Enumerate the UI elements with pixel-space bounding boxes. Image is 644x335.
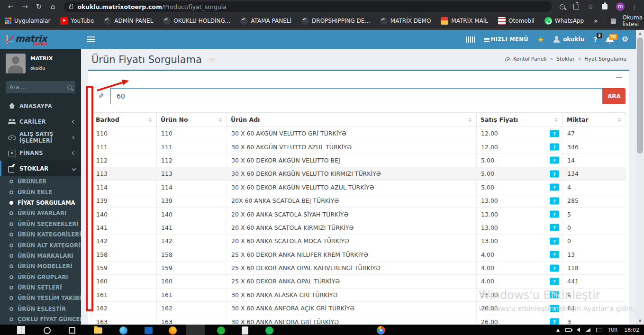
barcode-icon[interactable] <box>466 36 475 43</box>
price-info-badge[interactable]: ? <box>550 251 559 258</box>
chrome-active-tile[interactable] <box>186 325 205 335</box>
submenu-item--r-nler[interactable]: ÜRÜNLER <box>0 176 81 187</box>
sidebar-item-anasayfa[interactable]: ANASAYFA <box>0 98 81 114</box>
share-icon[interactable] <box>573 4 579 9</box>
search-button[interactable]: ARA <box>603 88 626 104</box>
bookmark-item[interactable]: ATAMA PANELİ <box>240 17 291 25</box>
breadcrumb-item[interactable]: Kontol Paneli <box>513 56 547 62</box>
notifications-button[interactable]: 76 <box>607 37 613 42</box>
help-button[interactable]: ? 3 <box>594 36 598 43</box>
favorites-star-icon[interactable]: ★ <box>537 35 544 44</box>
bookmark-item[interactable]: Otomobil <box>498 17 535 25</box>
speaker-icon[interactable] <box>577 327 580 332</box>
extensions-icon[interactable] <box>602 4 608 9</box>
column-header--r-n-ad-[interactable]: Ürün Adı <box>227 113 477 127</box>
submenu-item--r-n-markalari[interactable]: ÜRÜN MARKALARI <box>0 251 81 261</box>
table-row[interactable]: 13913920X 60 ANKA SCATOLA BEJ TÜRKİYƏ13.… <box>92 194 626 207</box>
submenu-item--r-n-ekle[interactable]: ÜRÜN EKLE <box>0 187 81 197</box>
bookmark-item[interactable]: ADMİN PANEL <box>104 17 153 25</box>
firefox-icon[interactable] <box>169 326 177 335</box>
keyboard-icon[interactable] <box>596 328 602 332</box>
submenu-item--r-n-alt-kategori-leri-[interactable]: ÜRÜN ALT KATEGORİLERİ <box>0 240 81 250</box>
table-row[interactable]: 15915925 X 60 DEKOR ANKA OPAL KAHVERENGİ… <box>92 261 626 274</box>
table-row[interactable]: 14214220 X 60 ANKA SCATOLA MOCA TÜRKİYƏ1… <box>92 235 626 248</box>
price-info-badge[interactable]: ? <box>550 264 559 272</box>
home-icon[interactable]: ⌂ <box>48 1 58 12</box>
bookmark-item[interactable]: MATRİX DEMO <box>380 17 431 25</box>
browser-profile-avatar[interactable]: m <box>616 2 625 11</box>
calculator-icon[interactable] <box>242 326 248 335</box>
price-info-badge[interactable]: ? <box>550 291 559 299</box>
submenu-item--r-n-e-le-ti-r[interactable]: ÜRÜN EŞLEŞTİR <box>0 304 81 314</box>
page-scrollbar[interactable]: ▲ ▼ <box>636 30 644 325</box>
settings-gears-icon[interactable]: ⚙ <box>622 36 628 43</box>
price-info-badge[interactable]: ? <box>550 157 559 164</box>
taskbar-search-icon[interactable] <box>44 327 51 334</box>
submenu-item--r-n-setleri-[interactable]: ÜRÜN SETLERİ <box>0 282 81 293</box>
bookmark-item[interactable]: MATRİX MAİL <box>441 17 488 25</box>
price-info-badge[interactable]: ? <box>550 197 559 204</box>
collapse-minus-icon[interactable] <box>616 74 622 81</box>
network-icon[interactable] <box>586 328 590 332</box>
price-info-badge[interactable]: ? <box>550 237 559 244</box>
table-row[interactable]: 14014020 X 60 ANKA SCATOLA SİYAH TÜRKİYƏ… <box>92 208 626 221</box>
app-logo[interactable]: matrix yazılım <box>0 30 81 49</box>
price-info-badge[interactable]: ? <box>550 211 559 218</box>
price-info-badge[interactable]: ? <box>550 318 559 325</box>
appbar-user[interactable]: okuklu <box>553 36 584 43</box>
edge-browser-icon[interactable] <box>119 326 127 335</box>
price-info-badge[interactable]: ? <box>550 305 559 312</box>
price-info-badge[interactable]: ? <box>550 130 559 137</box>
submenu-item-fi-yat-sorgulama[interactable]: FİYAT SORGULAMA <box>0 198 81 208</box>
submenu-item--r-n-modelleri-[interactable]: ÜRÜN MODELLERİ <box>0 261 81 272</box>
bookmark-item[interactable]: OKUKLU HOLDİNG... <box>163 17 230 25</box>
bookmark-item[interactable]: DROPSHIPPING DE... <box>301 17 370 25</box>
battery-icon[interactable] <box>565 328 571 332</box>
submenu-item--r-n-se-enekleri-[interactable]: ÜRÜN SEÇENEKLERİ <box>0 219 81 229</box>
submenu-item--oklu-fi-yat-g-ncelleme[interactable]: ÇOKLU FİYAT GÜNCELLEME <box>0 314 81 325</box>
submenu-item--r-n-ayarlari[interactable]: ÜRÜN AYARLARI <box>0 208 81 218</box>
column-header-sat-fiyat-[interactable]: Satış Fiyatı <box>477 113 563 127</box>
query-input[interactable] <box>110 88 603 104</box>
table-row[interactable]: 11211230 X 60 DEKOR AKGÜN VELUTTO BEJ5.0… <box>92 154 626 167</box>
sidebar-item-cari-ler[interactable]: CARİLER <box>0 114 81 129</box>
bookmark-item[interactable]: WhatsApp <box>544 17 584 25</box>
reading-list-label[interactable]: Okuma listesi <box>622 14 643 27</box>
clock[interactable]: 18:02 <box>624 327 639 333</box>
bookmarks-overflow-icon[interactable]: » <box>594 17 598 25</box>
zoom-out-icon[interactable] <box>560 4 565 9</box>
task-view-icon[interactable] <box>69 327 75 334</box>
scrollbar-thumb[interactable] <box>637 37 643 154</box>
outlook-icon[interactable] <box>145 327 153 334</box>
price-info-badge[interactable]: ? <box>550 144 559 151</box>
bookmark-item[interactable]: YouTube <box>60 17 94 25</box>
forward-icon[interactable]: → <box>20 1 30 12</box>
table-row[interactable]: 11111130 X 60 AKGÜN VELUTTO AZUL TÜRKİYƏ… <box>92 140 626 154</box>
bookmark-star-icon[interactable]: ☆ <box>587 3 593 10</box>
table-row[interactable]: 11011030 X 60 AKGÜN VELUTTO GRİ TÜRKİYƏ1… <box>92 127 626 140</box>
column-header-barkod[interactable]: Barkod <box>92 113 157 127</box>
scrollbar-down-icon[interactable]: ▼ <box>636 317 644 325</box>
quick-menu-button[interactable]: HIZLI MENÜ <box>484 36 528 43</box>
file-explorer-icon[interactable] <box>94 327 102 334</box>
submenu-item--r-n-gruplari[interactable]: ÜRÜN GRUPLARI <box>0 272 81 282</box>
browser-menu-icon[interactable]: ⋮ <box>631 3 637 10</box>
table-row[interactable]: 14114120 X 60 ANKA SCATOLA KIRMIZI TÜRKİ… <box>92 221 626 234</box>
refresh-icon[interactable]: ↻ <box>34 1 44 12</box>
table-row[interactable]: 16116130 X 60 ANKA ALASKA GRİ TÜRKİYƏ26.… <box>92 288 626 301</box>
sidebar-item-ali-sati-i-lemleri-[interactable]: ALIŞ SATIŞ İŞLEMLERİ <box>0 129 81 145</box>
whatsapp-taskbar-icon[interactable] <box>217 326 225 335</box>
address-bar[interactable]: okuklu.matrixotoerp.com /Product/fiyat_s… <box>63 1 552 12</box>
sidebar-search-input[interactable] <box>9 84 67 91</box>
spotify-icon[interactable] <box>265 326 273 335</box>
submenu-item--r-n-tesli-m-taki-bi-[interactable]: ÜRÜN TESLİM TAKİBİ <box>0 293 81 303</box>
price-info-badge[interactable]: ? <box>550 184 559 191</box>
sidebar-item-stoklar[interactable]: STOKLAR <box>0 161 81 176</box>
table-row[interactable]: 15815825 X 60 DEKOR ANKA NİLUFER KREM TÜ… <box>92 248 626 261</box>
hamburger-icon[interactable] <box>87 36 95 42</box>
scrollbar-up-icon[interactable]: ▲ <box>636 30 644 37</box>
price-info-badge[interactable]: ? <box>550 278 559 285</box>
table-row[interactable]: 16216230 X 60 ANKA ANFORA AÇIK GRİ TÜRKİ… <box>92 302 626 315</box>
table-row[interactable]: 16016025 X 60 DEKOR ANKA OPAL TÜRKİYƏ4.0… <box>92 275 626 288</box>
language-indicator[interactable]: TUR <box>608 327 617 333</box>
